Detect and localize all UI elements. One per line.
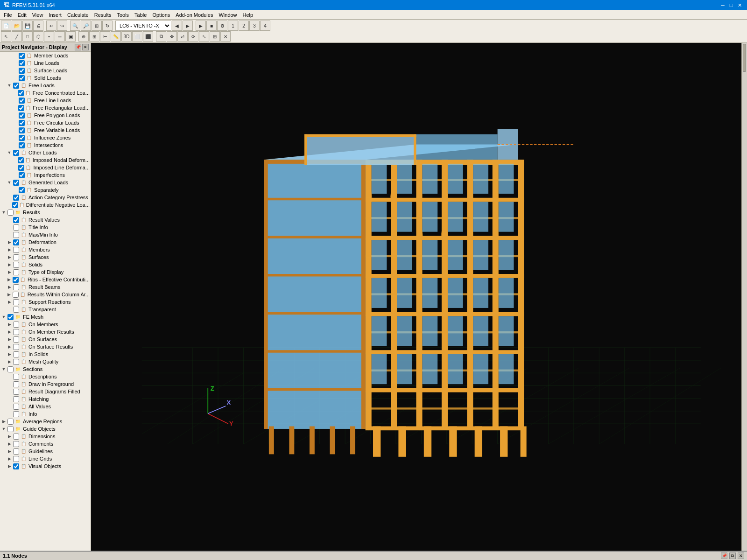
tree-item-draw-in-foreground[interactable]: 📋Draw in Foreground	[0, 380, 91, 388]
tb-grid-btn[interactable]: ⊞	[89, 31, 99, 42]
tb-array[interactable]: ⊞	[210, 31, 220, 42]
tree-checkbox-free-rectangular[interactable]	[18, 105, 24, 111]
tb-next[interactable]: ▶	[183, 21, 193, 31]
tree-item-in-solids[interactable]: ▶📋In Solids	[0, 350, 91, 358]
tb-node[interactable]: •	[44, 31, 54, 42]
tree-checkbox-on-member-results[interactable]	[13, 329, 19, 335]
tree-item-on-members[interactable]: ▶📋On Members	[0, 321, 91, 328]
tree-expand-comments[interactable]: ▶	[7, 441, 12, 447]
menu-file[interactable]: File	[1, 11, 15, 19]
tree-checkbox-ribs-effective[interactable]	[13, 277, 19, 283]
tb-snap[interactable]: ⊕	[78, 31, 89, 42]
tree-item-guide-objects[interactable]: ▼📁Guide Objects	[0, 425, 91, 433]
tb-zoom-all[interactable]: ⊞	[92, 21, 102, 31]
tree-item-max-min-info[interactable]: 📋Max/Min Info	[0, 231, 91, 238]
tree-expand-guidelines[interactable]: ▶	[7, 448, 12, 454]
tb-wire[interactable]: ⬜	[132, 31, 142, 42]
tree-item-line-deform[interactable]: 📋Imposed Line Deforma...	[0, 164, 91, 171]
load-case-dropdown[interactable]: LC6 - VIENTO -X	[115, 21, 171, 31]
tree-item-on-member-results[interactable]: ▶📋On Member Results	[0, 328, 91, 336]
tree-checkbox-hatching[interactable]	[13, 396, 19, 402]
tree-item-imperfections[interactable]: 📋Imperfections	[0, 171, 91, 179]
tree-checkbox-free-line-loads[interactable]	[19, 98, 25, 104]
tree-expand-generated-loads[interactable]: ▼	[7, 180, 12, 185]
tb-line[interactable]: ╱	[12, 31, 22, 42]
tree-item-transparent[interactable]: 📋Transparent	[0, 306, 91, 313]
tree-checkbox-surfaces[interactable]	[13, 254, 19, 260]
tree-expand-sections[interactable]: ▼	[1, 366, 7, 372]
tree-item-average-regions[interactable]: ▶📁Average Regions	[0, 418, 91, 425]
tree-checkbox-intersections[interactable]	[19, 142, 25, 148]
tb-zoom-out[interactable]: 🔎	[81, 21, 91, 31]
tree-item-info[interactable]: 📋Info	[0, 410, 91, 418]
tree-expand-deformation[interactable]: ▶	[7, 239, 12, 245]
tree-expand-line-grids[interactable]: ▶	[7, 456, 12, 462]
tree-expand-dimensions[interactable]: ▶	[7, 434, 12, 439]
tree-expand-type-of-display[interactable]: ▶	[7, 269, 12, 275]
tree-item-differentiate[interactable]: 📋Differentiate Negative Loa...	[0, 201, 91, 209]
tree-checkbox-solids[interactable]	[13, 262, 19, 268]
tree-item-results-within-column[interactable]: ▶📋Results Within Column Ar...	[0, 291, 91, 298]
tree-item-member-loads[interactable]: 📋Member Loads	[0, 52, 91, 59]
tree-expand-on-surface-results[interactable]: ▶	[7, 344, 12, 350]
tb-3d[interactable]: 3D	[121, 31, 132, 42]
tree-item-surface-loads[interactable]: 📋Surface Loads	[0, 67, 91, 74]
menu-view[interactable]: View	[29, 11, 46, 19]
tree-item-generated-loads[interactable]: ▼📋Generated Loads	[0, 179, 91, 186]
tb-measure[interactable]: 📏	[111, 31, 121, 42]
tb-redo[interactable]: ↪	[57, 21, 67, 31]
tb-undo[interactable]: ↩	[46, 21, 56, 31]
tree-checkbox-nodal-deform[interactable]	[18, 157, 24, 163]
tree-checkbox-deformation[interactable]	[13, 239, 19, 245]
tree-item-free-variable[interactable]: 📋Free Variable Loads	[0, 126, 91, 134]
tree-checkbox-draw-in-foreground[interactable]	[13, 381, 19, 387]
tree-item-nodal-deform[interactable]: 📋Imposed Nodal Deform...	[0, 156, 91, 164]
tree-checkbox-support-reactions[interactable]	[13, 299, 19, 305]
tree-item-action-category[interactable]: 📋Action Category Prestress	[0, 194, 91, 201]
tree-expand-results[interactable]: ▼	[1, 210, 7, 215]
tree-checkbox-on-surface-results[interactable]	[13, 344, 19, 350]
tree-item-title-info[interactable]: 📋Title Info	[0, 224, 91, 231]
tree-expand-fe-mesh[interactable]: ▼	[1, 314, 7, 320]
tree-item-intersections[interactable]: 📋Intersections	[0, 141, 91, 149]
tree-expand-mesh-quality[interactable]: ▶	[7, 359, 12, 364]
menu-tools[interactable]: Tools	[114, 11, 132, 19]
tree-checkbox-guide-objects[interactable]	[7, 426, 14, 432]
tree-expand-solids[interactable]: ▶	[7, 262, 12, 267]
tb-view2[interactable]: 2	[239, 21, 249, 31]
close-button[interactable]: ✕	[736, 1, 743, 9]
tree-item-line-loads[interactable]: 📋Line Loads	[0, 59, 91, 67]
tree-expand-members[interactable]: ▶	[7, 247, 12, 252]
tree-item-type-of-display[interactable]: ▶📋Type of Display	[0, 268, 91, 276]
tree-expand-ribs-effective[interactable]: ▶	[7, 277, 12, 282]
tree-checkbox-differentiate[interactable]	[12, 202, 18, 208]
tree-item-on-surface-results[interactable]: ▶📋On Surface Results	[0, 343, 91, 350]
tree-checkbox-free-variable[interactable]	[19, 127, 25, 133]
tree-item-free-polygon[interactable]: 📋Free Polygon Loads	[0, 112, 91, 119]
menu-results[interactable]: Results	[92, 11, 114, 19]
tb-new[interactable]: 📄	[1, 21, 11, 31]
tree-item-guidelines[interactable]: ▶📋Guidelines	[0, 448, 91, 455]
tree-expand-result-beams[interactable]: ▶	[7, 284, 12, 290]
tree-checkbox-in-solids[interactable]	[13, 351, 19, 357]
scrollbar-thumb[interactable]	[743, 44, 746, 72]
tree-checkbox-member-loads[interactable]	[19, 53, 25, 59]
tree-item-influence-zones[interactable]: 📋Influence Zones	[0, 134, 91, 141]
tb-select[interactable]: ↖	[1, 31, 11, 42]
tb-view1[interactable]: 1	[228, 21, 238, 31]
tree-checkbox-mesh-quality[interactable]	[13, 359, 19, 365]
tree-checkbox-solid-loads[interactable]	[19, 75, 25, 81]
tb-open[interactable]: 📂	[12, 21, 22, 31]
tree-item-ribs-effective[interactable]: ▶📋Ribs - Effective Contributi...	[0, 276, 91, 283]
tree-checkbox-comments[interactable]	[13, 441, 19, 447]
tree-checkbox-all-values[interactable]	[13, 404, 19, 410]
tree-checkbox-results[interactable]	[7, 210, 14, 216]
tree-checkbox-max-min-info[interactable]	[13, 232, 19, 238]
tb-zoom-in[interactable]: 🔍	[70, 21, 80, 31]
tb-print[interactable]: 🖨	[33, 21, 43, 31]
tree-checkbox-free-loads[interactable]	[13, 83, 19, 89]
viewport[interactable]: Z Y X	[91, 43, 741, 551]
tree-item-on-surfaces[interactable]: ▶📋On Surfaces	[0, 336, 91, 343]
menu-window[interactable]: Window	[216, 11, 240, 19]
tree-checkbox-line-loads[interactable]	[19, 60, 25, 66]
